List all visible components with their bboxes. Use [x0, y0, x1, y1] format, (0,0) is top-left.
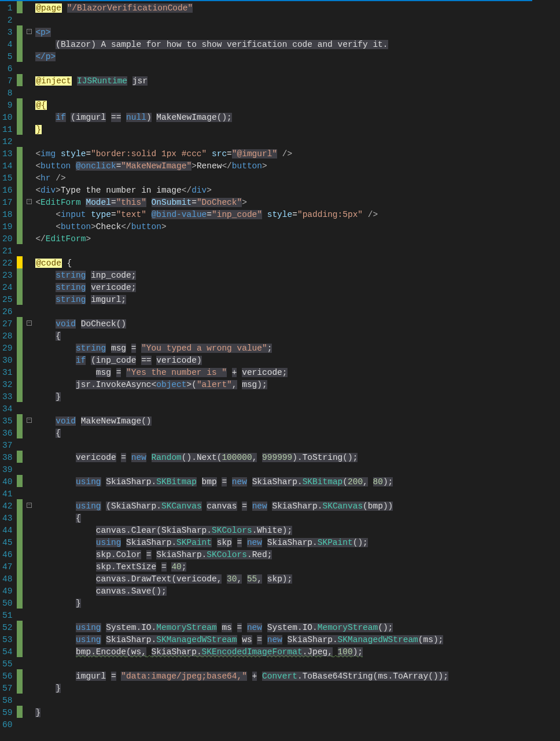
- code-line[interactable]: using SkiaSharp.SKPaint skp = new SkiaSh…: [33, 537, 560, 549]
- code-line[interactable]: <img style="border:solid 1px #ccc" src="…: [33, 148, 560, 160]
- code-line[interactable]: vericode = new Random().Next(100000, 999…: [33, 452, 560, 464]
- fold-row[interactable]: [25, 1, 33, 13]
- fold-row[interactable]: [25, 135, 33, 147]
- code-line[interactable]: skp.Color = SkiaSharp.SKColors.Red;: [33, 549, 560, 561]
- fold-toggle-icon[interactable]: −: [27, 29, 32, 34]
- code-line[interactable]: canvas.DrawText(vericode, 30, 55, skp);: [33, 573, 560, 585]
- fold-row[interactable]: [25, 487, 33, 499]
- fold-row[interactable]: [25, 329, 33, 341]
- code-line[interactable]: jsr.InvokeAsync<object>("alert", msg);: [33, 379, 560, 391]
- code-line[interactable]: </p>: [33, 51, 560, 63]
- fold-row[interactable]: [25, 463, 33, 475]
- code-line[interactable]: string msg = "You typed a wrong value";: [33, 342, 560, 355]
- code-line[interactable]: @code {: [33, 257, 560, 270]
- fold-row[interactable]: [25, 718, 33, 730]
- code-line[interactable]: using SkiaSharp.SKBitmap bmp = new SkiaS…: [33, 476, 560, 488]
- fold-row[interactable]: [25, 110, 33, 123]
- fold-row[interactable]: [25, 390, 33, 402]
- fold-row[interactable]: [25, 633, 33, 645]
- fold-row[interactable]: [25, 220, 33, 232]
- fold-row[interactable]: [25, 669, 33, 681]
- fold-row[interactable]: [25, 159, 33, 171]
- fold-row[interactable]: [25, 572, 33, 584]
- fold-row[interactable]: [25, 511, 33, 524]
- fold-row[interactable]: [25, 171, 33, 183]
- fold-row[interactable]: [25, 584, 33, 596]
- fold-row[interactable]: [25, 74, 33, 86]
- fold-row[interactable]: [25, 281, 33, 293]
- code-line[interactable]: [33, 440, 560, 452]
- code-line[interactable]: @page "/BlazorVerificationCode": [33, 2, 560, 14]
- fold-row[interactable]: [25, 378, 33, 390]
- code-line[interactable]: <hr />: [33, 172, 560, 185]
- fold-row[interactable]: [25, 123, 33, 135]
- fold-row[interactable]: [25, 50, 33, 62]
- code-line[interactable]: {: [33, 427, 560, 440]
- code-line[interactable]: <EditForm Model="this" OnSubmit="DoCheck…: [33, 197, 560, 209]
- fold-row[interactable]: [25, 536, 33, 548]
- fold-row[interactable]: [25, 596, 33, 609]
- fold-row[interactable]: −: [25, 317, 33, 329]
- fold-row[interactable]: [25, 426, 33, 438]
- code-line[interactable]: [33, 14, 560, 27]
- code-line[interactable]: }: [33, 391, 560, 403]
- code-line[interactable]: @inject IJSRuntime jsr: [33, 75, 560, 87]
- code-line[interactable]: [33, 403, 560, 415]
- fold-row[interactable]: [25, 232, 33, 244]
- code-line[interactable]: [33, 610, 560, 622]
- fold-row[interactable]: [25, 256, 33, 268]
- fold-row[interactable]: [25, 208, 33, 220]
- code-line[interactable]: [33, 719, 560, 731]
- fold-row[interactable]: [25, 694, 33, 706]
- code-line[interactable]: using System.IO.MemoryStream ms = new Sy…: [33, 622, 560, 634]
- fold-row[interactable]: [25, 681, 33, 694]
- code-line[interactable]: canvas.Save();: [33, 585, 560, 598]
- code-line[interactable]: canvas.Clear(SkiaSharp.SKColors.White);: [33, 525, 560, 537]
- fold-row[interactable]: [25, 621, 33, 633]
- fold-row[interactable]: [25, 524, 33, 536]
- fold-row[interactable]: [25, 560, 33, 572]
- code-line[interactable]: [33, 658, 560, 670]
- code-line[interactable]: if (inp_code == vericode): [33, 355, 560, 367]
- fold-row[interactable]: [25, 366, 33, 378]
- code-editor[interactable]: 1234567891011121314151617181920212223242…: [0, 1, 560, 732]
- code-line[interactable]: using (SkiaSharp.SKCanvas canvas = new S…: [33, 500, 560, 513]
- code-line[interactable]: string vericode;: [33, 282, 560, 294]
- fold-row[interactable]: [25, 38, 33, 50]
- code-line[interactable]: @{: [33, 99, 560, 112]
- code-line[interactable]: [33, 245, 560, 257]
- fold-row[interactable]: [25, 305, 33, 317]
- fold-row[interactable]: [25, 341, 33, 353]
- code-line[interactable]: msg = "Yes the number is " + vericode;: [33, 367, 560, 379]
- fold-row[interactable]: [25, 402, 33, 414]
- fold-row[interactable]: [25, 645, 33, 657]
- fold-row[interactable]: [25, 706, 33, 718]
- code-line[interactable]: bmp.Encode(ws, SkiaSharp.SKEncodedImageF…: [33, 646, 560, 658]
- code-line[interactable]: skp.TextSize = 40;: [33, 561, 560, 573]
- code-line[interactable]: }: [33, 707, 560, 719]
- code-line[interactable]: <div>Type the number in image</div>: [33, 185, 560, 197]
- code-line[interactable]: }: [33, 598, 560, 610]
- code-line[interactable]: [33, 464, 560, 476]
- code-line[interactable]: string imgurl;: [33, 294, 560, 306]
- code-line[interactable]: }: [33, 124, 560, 136]
- code-line[interactable]: void DoCheck(): [33, 318, 560, 330]
- code-line[interactable]: <<p>p>: [33, 27, 560, 39]
- fold-row[interactable]: [25, 147, 33, 159]
- code-line[interactable]: {: [33, 513, 560, 525]
- code-line[interactable]: [33, 63, 560, 75]
- fold-toggle-icon[interactable]: −: [27, 199, 32, 204]
- code-line[interactable]: if (imgurl == null) MakeNewImage();: [33, 112, 560, 124]
- fold-row[interactable]: [25, 548, 33, 560]
- code-line[interactable]: using SkiaSharp.SKManagedWStream ws = ne…: [33, 634, 560, 646]
- fold-row[interactable]: [25, 451, 33, 463]
- code-line[interactable]: [33, 488, 560, 500]
- fold-row[interactable]: −: [25, 499, 33, 511]
- code-line[interactable]: [33, 306, 560, 318]
- fold-row[interactable]: −: [25, 25, 33, 38]
- code-line[interactable]: imgurl = "data:image/jpeg;base64," + Con…: [33, 670, 560, 683]
- code-line[interactable]: }: [33, 683, 560, 695]
- fold-column[interactable]: −−−−−: [25, 1, 33, 732]
- code-line[interactable]: <button>Check</button>: [33, 221, 560, 233]
- fold-row[interactable]: [25, 244, 33, 256]
